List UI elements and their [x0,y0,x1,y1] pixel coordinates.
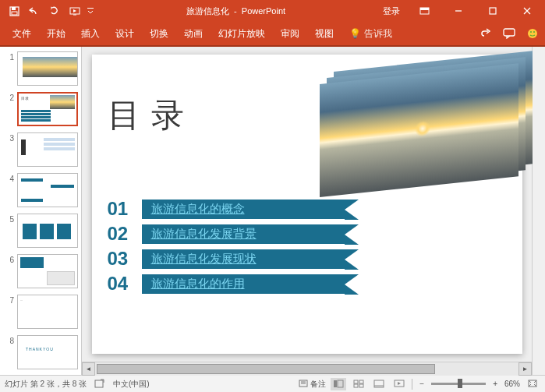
tab-file[interactable]: 文件 [5,22,39,45]
slide-thumbnail[interactable] [17,132,78,167]
share-button[interactable] [478,26,494,41]
thumb-number: 7 [3,295,14,329]
zoom-out-button[interactable]: − [417,380,426,388]
tab-animations[interactable]: 动画 [176,22,211,45]
scroll-right-button[interactable]: ► [518,362,532,376]
slide-thumbnail[interactable]: ... [17,295,78,329]
svg-rect-23 [354,384,358,387]
tell-me-button[interactable]: 💡告诉我 [342,22,400,45]
maximize-button[interactable] [476,2,509,20]
close-button[interactable] [511,2,543,20]
slide-thumbnail[interactable] [17,173,78,207]
svg-rect-8 [490,8,496,14]
slide-thumbnail[interactable] [17,51,78,86]
toc-number: 03 [108,248,142,270]
thumb-number: 2 [3,92,14,126]
customize-qat-button[interactable] [86,2,95,20]
tab-review[interactable]: 审阅 [273,22,307,45]
toc-item[interactable]: 03旅游信息化发展现状 [108,249,345,269]
slide-thumbnail[interactable]: THANKYOU [17,335,78,369]
thumb-number: 5 [3,214,14,248]
vertical-scrollbar[interactable] [532,47,545,375]
thumb-number: 1 [3,51,14,86]
zoom-in-button[interactable]: + [490,380,500,388]
svg-rect-6 [420,8,429,10]
login-button[interactable]: 登录 [377,2,406,20]
window-title: 旅游信息化 - PowerPoint [95,5,377,17]
svg-rect-25 [374,380,384,387]
slide-image-stack[interactable] [320,78,522,199]
ribbon-tabs: 文件 开始 插入 设计 切换 动画 幻灯片放映 审阅 视图 💡告诉我 [0,22,545,45]
toc-link[interactable]: 旅游信息化的概念 [142,200,345,219]
slide[interactable]: 目录 01旅游信息化的概念 02旅游信息化发展背景 03旅游信息化发展现状 04… [92,55,522,354]
slide-counter[interactable]: 幻灯片 第 2 张，共 8 张 [5,379,87,390]
status-bar: 幻灯片 第 2 张，共 8 张 中文(中国) 备注 − + 66% [0,375,545,392]
slide-thumbnail[interactable] [17,254,78,288]
svg-rect-22 [359,380,363,383]
horizontal-scrollbar[interactable]: ◄ ► [82,362,532,375]
toc-number: 02 [108,223,142,245]
toc-list: 01旅游信息化的概念 02旅游信息化发展背景 03旅游信息化发展现状 04旅游信… [108,199,345,298]
toc-item[interactable]: 01旅游信息化的概念 [108,199,345,219]
svg-point-14 [533,31,535,33]
svg-rect-11 [504,29,515,36]
slide-sorter-button[interactable] [351,378,366,390]
slide-thumbnail-panel[interactable]: 1 2目录 3 4 5 6 7... 8THANKYOU [0,47,82,375]
title-bar: 旅游信息化 - PowerPoint 登录 [0,0,545,22]
tab-slideshow[interactable]: 幻灯片放映 [211,22,273,45]
toc-link[interactable]: 旅游信息化发展现状 [142,249,345,269]
slide-title[interactable]: 目录 [108,94,195,137]
thumb-number: 3 [3,132,14,167]
tab-design[interactable]: 设计 [108,22,142,45]
slideshow-button[interactable] [391,378,407,390]
svg-point-12 [528,29,537,38]
minimize-button[interactable] [442,2,475,20]
zoom-level[interactable]: 66% [504,380,520,388]
toc-item[interactable]: 04旅游信息化的作用 [108,274,345,294]
toc-item[interactable]: 02旅游信息化发展背景 [108,224,345,244]
spellcheck-button[interactable] [94,379,105,390]
comments-button[interactable] [501,26,517,41]
save-button[interactable] [5,2,23,20]
svg-rect-21 [354,380,358,383]
slide-thumbnail[interactable] [17,214,78,248]
slide-thumbnail[interactable]: 目录 [17,92,78,126]
redo-button[interactable] [45,2,64,20]
start-from-beginning-button[interactable] [65,2,84,20]
toc-link[interactable]: 旅游信息化发展背景 [142,224,345,244]
normal-view-button[interactable] [331,378,346,390]
undo-button[interactable] [25,2,44,20]
thumb-number: 4 [3,173,14,207]
thumb-number: 6 [3,254,14,288]
tab-home[interactable]: 开始 [39,22,73,45]
workspace: 1 2目录 3 4 5 6 7... 8THANKYOU 目录 01旅游信息化的… [0,47,545,375]
notes-button[interactable]: 备注 [299,379,326,390]
toc-number: 01 [108,198,142,220]
ribbon-display-options-button[interactable] [408,2,441,20]
svg-rect-4 [87,8,94,9]
tab-view[interactable]: 视图 [307,22,342,45]
toc-number: 04 [108,273,142,295]
toc-link[interactable]: 旅游信息化的作用 [142,274,345,294]
reading-view-button[interactable] [371,378,387,390]
svg-rect-1 [12,7,16,10]
svg-rect-2 [12,12,17,15]
lightbulb-icon: 💡 [349,28,361,39]
fit-to-window-button[interactable] [525,379,540,390]
language-button[interactable]: 中文(中国) [113,379,150,390]
smiley-button[interactable] [525,26,540,41]
scroll-thumb[interactable] [97,364,435,374]
tab-insert[interactable]: 插入 [73,22,108,45]
svg-rect-24 [359,384,363,387]
svg-rect-19 [334,380,337,387]
slide-canvas-area: 目录 01旅游信息化的概念 02旅游信息化发展背景 03旅游信息化发展现状 04… [82,47,532,375]
scroll-left-button[interactable]: ◄ [82,362,95,376]
svg-point-13 [530,31,532,33]
tab-transitions[interactable]: 切换 [142,22,176,45]
thumb-number: 8 [3,335,14,369]
zoom-slider[interactable] [431,383,486,385]
svg-rect-20 [338,380,343,387]
svg-rect-15 [95,380,103,387]
